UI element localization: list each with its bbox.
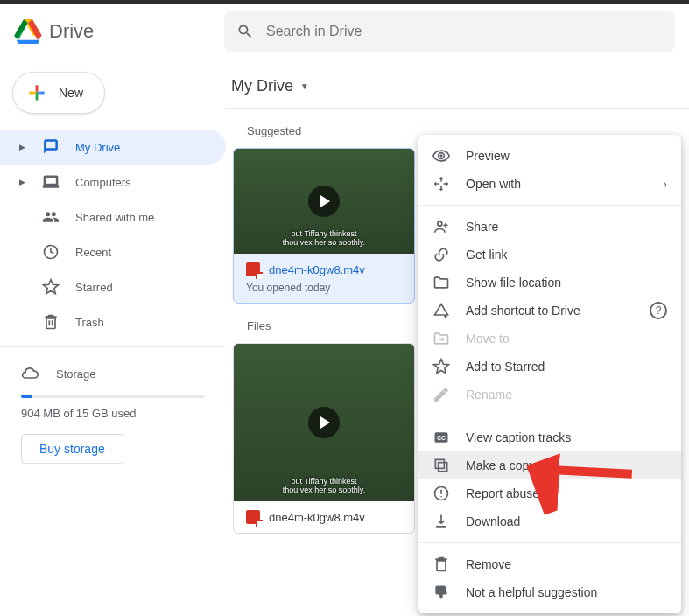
svg-rect-6 xyxy=(435,459,444,468)
video-file-icon xyxy=(246,510,260,524)
play-icon xyxy=(308,407,340,438)
ctx-preview[interactable]: Preview xyxy=(418,142,681,170)
sidebar-item-label: Starred xyxy=(75,281,113,294)
cloud-icon xyxy=(21,365,39,382)
cc-icon: CC xyxy=(432,429,450,446)
ctx-rename: Rename xyxy=(418,381,681,409)
sidebar-item-starred[interactable]: Starred xyxy=(0,270,226,304)
search-bar[interactable] xyxy=(224,11,675,52)
ctx-label: Add to Starred xyxy=(466,360,545,374)
ctx-label: Show file location xyxy=(466,276,561,290)
plus-icon xyxy=(25,81,48,104)
location-label: My Drive xyxy=(231,77,293,95)
ctx-label: Download xyxy=(466,514,520,528)
ctx-captions[interactable]: CC View caption tracks xyxy=(418,424,681,452)
ctx-get-link[interactable]: Get link xyxy=(418,241,681,269)
people-icon xyxy=(42,208,60,226)
video-caption: but Tiffany thinkest xyxy=(283,477,365,486)
ctx-label: Add shortcut to Drive xyxy=(466,304,580,318)
download-icon xyxy=(432,513,450,530)
link-icon xyxy=(432,246,450,263)
file-card[interactable]: but Tiffany thinkest thou vex her so soo… xyxy=(233,343,415,534)
storage-label: Storage xyxy=(56,368,96,381)
sidebar-item-storage[interactable]: Storage xyxy=(21,365,205,382)
expand-icon[interactable]: ▶ xyxy=(19,178,25,186)
ctx-label: Open with xyxy=(466,177,521,191)
sidebar-item-label: Computers xyxy=(75,176,131,189)
new-button-label: New xyxy=(59,86,83,100)
video-thumbnail: but Tiffany thinkest thou vex her so soo… xyxy=(234,344,414,501)
svg-text:CC: CC xyxy=(437,435,446,441)
move-icon xyxy=(432,330,450,347)
ctx-label: Rename xyxy=(466,388,512,402)
sidebar: New ▶ My Drive ▶ Computers Shared with m… xyxy=(0,60,226,616)
file-title: dne4m-k0gw8.m4v xyxy=(269,263,365,276)
sidebar-item-my-drive[interactable]: ▶ My Drive xyxy=(0,130,226,164)
my-drive-icon xyxy=(42,138,60,156)
context-menu: Preview Open with › Share Get link Show … xyxy=(418,135,681,613)
star-icon xyxy=(42,278,60,296)
ctx-label: Get link xyxy=(466,248,507,262)
sidebar-item-label: Trash xyxy=(75,316,104,329)
ctx-share[interactable]: Share xyxy=(418,213,681,241)
sidebar-item-computers[interactable]: ▶ Computers xyxy=(0,164,226,200)
trash-icon xyxy=(432,556,450,573)
computers-icon xyxy=(42,173,60,191)
drive-logo-icon xyxy=(14,19,42,44)
ctx-label: Report abuse xyxy=(466,486,539,500)
folder-icon xyxy=(432,274,450,291)
location-breadcrumb[interactable]: My Drive ▼ xyxy=(226,72,689,108)
svg-rect-5 xyxy=(439,463,447,472)
copy-icon xyxy=(432,457,450,474)
new-button[interactable]: New xyxy=(12,72,105,114)
trash-icon xyxy=(42,313,60,331)
sidebar-item-label: Recent xyxy=(75,246,111,259)
suggested-card[interactable]: but Tiffany thinkest thou vex her so soo… xyxy=(233,148,415,304)
ctx-label: Share xyxy=(466,220,498,234)
search-input[interactable] xyxy=(266,24,663,39)
ctx-label: Remove xyxy=(466,557,511,571)
sidebar-item-recent[interactable]: Recent xyxy=(0,234,226,270)
ctx-add-shortcut[interactable]: Add shortcut to Drive ? xyxy=(418,297,681,325)
svg-point-2 xyxy=(438,221,442,226)
play-icon xyxy=(308,186,340,217)
storage-meter xyxy=(21,395,205,398)
open-with-icon xyxy=(432,175,450,192)
dropdown-caret-icon: ▼ xyxy=(300,81,309,91)
star-icon xyxy=(432,358,450,375)
eye-icon xyxy=(432,147,450,164)
video-file-icon xyxy=(246,262,260,276)
ctx-open-with[interactable]: Open with › xyxy=(418,170,681,198)
search-icon xyxy=(236,23,254,40)
person-add-icon xyxy=(432,218,450,235)
chevron-right-icon: › xyxy=(663,177,667,191)
ctx-label: Not a helpful suggestion xyxy=(466,585,597,599)
sidebar-item-shared[interactable]: Shared with me xyxy=(0,200,226,234)
app-header: Drive xyxy=(0,4,689,60)
storage-usage: 904 MB of 15 GB used xyxy=(21,407,205,420)
ctx-not-helpful[interactable]: Not a helpful suggestion xyxy=(418,578,681,606)
ctx-label: Make a copy xyxy=(466,458,535,472)
ctx-label: Move to xyxy=(466,332,510,346)
video-caption: thou vex her so soothly. xyxy=(283,486,365,494)
video-caption: thou vex her so soothly. xyxy=(283,238,365,247)
file-subtitle: You opened today xyxy=(246,282,402,294)
ctx-label: View caption tracks xyxy=(466,430,571,444)
help-icon[interactable]: ? xyxy=(650,302,667,319)
expand-icon[interactable]: ▶ xyxy=(19,143,25,151)
buy-storage-button[interactable]: Buy storage xyxy=(21,434,123,464)
sidebar-item-label: Shared with me xyxy=(75,211,154,224)
drive-logo[interactable]: Drive xyxy=(14,19,207,44)
file-title: dne4m-k0gw8.m4v xyxy=(269,511,365,524)
ctx-move-to: Move to xyxy=(418,325,681,353)
ctx-label: Preview xyxy=(466,149,510,163)
video-caption: but Tiffany thinkest xyxy=(283,229,365,238)
thumb-down-icon xyxy=(432,584,450,601)
sidebar-item-label: My Drive xyxy=(75,141,120,154)
svg-point-1 xyxy=(439,154,442,157)
sidebar-item-trash[interactable]: Trash xyxy=(0,304,226,340)
ctx-remove[interactable]: Remove xyxy=(418,550,681,578)
ctx-add-starred[interactable]: Add to Starred xyxy=(418,353,681,381)
ctx-show-location[interactable]: Show file location xyxy=(418,269,681,297)
storage-section: Storage 904 MB of 15 GB used Buy storage xyxy=(0,354,226,464)
